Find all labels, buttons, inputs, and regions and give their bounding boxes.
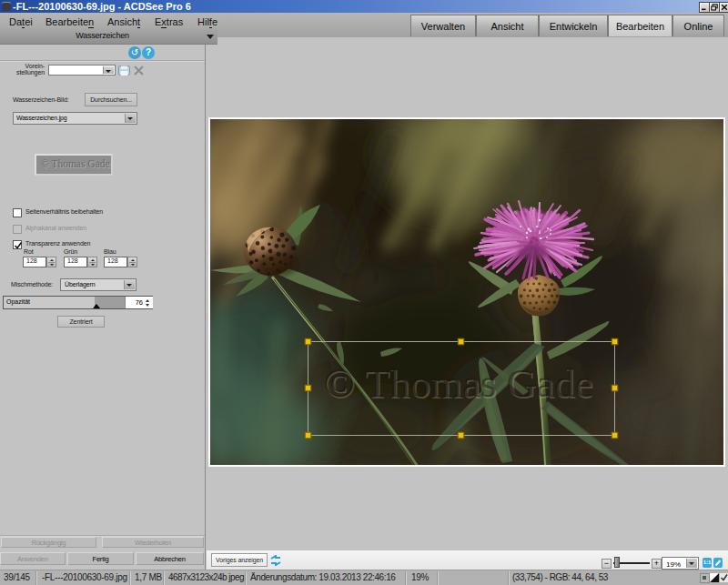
svg-text:© Thomas Gade: © Thomas Gade [324, 360, 593, 406]
